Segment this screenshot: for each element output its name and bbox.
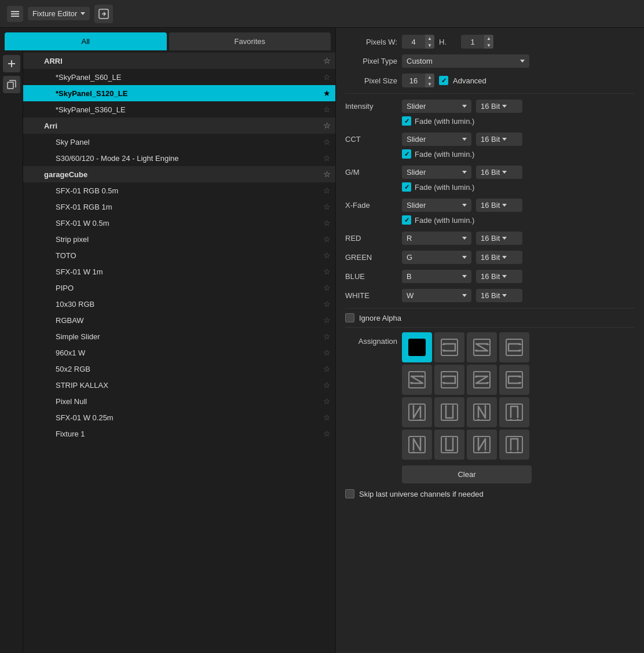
cct-fade-checkbox[interactable] — [402, 149, 411, 159]
list-item[interactable]: 50x2 RGB☆ — [23, 361, 335, 377]
assign-btn-10[interactable] — [467, 397, 497, 427]
pixels-w-field[interactable] — [402, 35, 425, 49]
list-item[interactable]: RGBAW☆ — [23, 312, 335, 328]
list-item[interactable]: Fixture 1☆ — [23, 425, 335, 442]
item-star-icon[interactable]: ☆ — [323, 397, 331, 406]
item-star-icon[interactable]: ☆ — [323, 153, 331, 163]
export-button[interactable] — [94, 5, 113, 23]
pixel-size-field[interactable] — [402, 74, 425, 87]
list-item[interactable]: 10x30 RGB☆ — [23, 296, 335, 312]
item-star-icon[interactable]: ☆ — [323, 380, 331, 390]
garagecube-star-icon[interactable]: ☆ — [323, 170, 331, 179]
blue-type-select[interactable]: B — [402, 270, 471, 283]
item-star-icon[interactable]: ☆ — [323, 413, 331, 422]
intensity-type-select[interactable]: Slider — [402, 100, 471, 113]
list-item[interactable]: *SkyPanel_S360_LE ☆ — [23, 101, 335, 118]
list-item[interactable]: SFX-01 W 1m☆ — [23, 263, 335, 280]
pixel-type-select[interactable]: Custom — [402, 54, 529, 68]
list-item[interactable]: S30/60/120 - Mode 24 - Light Engine ☆ — [23, 150, 335, 166]
list-item[interactable]: Pixel Null☆ — [23, 393, 335, 409]
item-star-icon[interactable]: ☆ — [323, 429, 331, 438]
list-item[interactable]: SFX-01 W 0.25m☆ — [23, 409, 335, 425]
item-star-icon[interactable]: ☆ — [323, 202, 331, 211]
assign-btn-1[interactable] — [434, 332, 464, 362]
list-item[interactable]: SFX-01 RGB 0.5m☆ — [23, 182, 335, 199]
pixels-h-down[interactable]: ▼ — [484, 42, 493, 49]
blue-bit-select[interactable]: 16 Bit — [476, 270, 522, 283]
arri-star-icon[interactable]: ☆ — [323, 56, 331, 65]
list-item[interactable]: 960x1 W☆ — [23, 344, 335, 361]
xfade-type-select[interactable]: Slider — [402, 199, 471, 212]
xfade-bit-select[interactable]: 16 Bit — [476, 199, 522, 212]
cct-type-select[interactable]: Slider — [402, 133, 471, 146]
item-star-icon[interactable]: ☆ — [323, 186, 331, 195]
item-star-icon[interactable]: ☆ — [323, 364, 331, 373]
add-fixture-button[interactable] — [3, 55, 20, 72]
tab-all[interactable]: All — [5, 32, 167, 50]
green-bit-select[interactable]: 16 Bit — [476, 251, 522, 264]
item-star-icon[interactable]: ☆ — [323, 218, 331, 228]
item-star-icon[interactable]: ☆ — [323, 348, 331, 357]
pixels-w-down[interactable]: ▼ — [425, 42, 434, 49]
assign-btn-8[interactable] — [402, 397, 432, 427]
item-star-icon[interactable]: ☆ — [323, 105, 331, 114]
gm-fade-checkbox[interactable] — [402, 182, 411, 192]
intensity-fade-checkbox[interactable] — [402, 116, 411, 126]
ignore-alpha-checkbox[interactable] — [345, 313, 354, 322]
list-item[interactable]: STRIP KALLAX☆ — [23, 377, 335, 393]
arri2-star-icon[interactable]: ☆ — [323, 121, 331, 130]
item-star-icon[interactable]: ★ — [323, 89, 331, 98]
clear-button[interactable]: Clear — [402, 465, 532, 483]
list-item[interactable]: SFX-01 RGB 1m☆ — [23, 199, 335, 215]
item-star-icon[interactable]: ☆ — [323, 72, 331, 82]
item-star-icon[interactable]: ☆ — [323, 267, 331, 276]
list-item[interactable]: SFX-01 W 0.5m☆ — [23, 215, 335, 231]
pixel-size-input[interactable]: ▲ ▼ — [402, 74, 434, 87]
pixel-size-down[interactable]: ▼ — [425, 80, 434, 87]
list-item[interactable]: Simple Slider☆ — [23, 328, 335, 344]
pixels-h-field[interactable] — [461, 35, 484, 49]
item-star-icon[interactable]: ☆ — [323, 137, 331, 146]
red-bit-select[interactable]: 16 Bit — [476, 232, 522, 245]
assign-btn-6[interactable] — [467, 365, 497, 395]
menu-button[interactable] — [7, 6, 23, 22]
assign-btn-4[interactable] — [402, 365, 432, 395]
assign-btn-0[interactable] — [402, 332, 432, 362]
assign-btn-14[interactable] — [467, 430, 497, 460]
assign-btn-12[interactable] — [402, 430, 432, 460]
item-star-icon[interactable]: ☆ — [323, 332, 331, 341]
assign-btn-5[interactable] — [434, 365, 464, 395]
green-type-select[interactable]: G — [402, 251, 471, 264]
pixels-w-input[interactable]: ▲ ▼ — [402, 35, 434, 49]
gm-type-select[interactable]: Slider — [402, 166, 471, 179]
skip-checkbox[interactable] — [345, 489, 354, 498]
intensity-bit-select[interactable]: 16 Bit — [476, 100, 522, 113]
white-type-select[interactable]: W — [402, 289, 471, 302]
list-item[interactable]: *SkyPanel_S120_LE ★ — [23, 85, 335, 101]
list-item[interactable]: *SkyPanel_S60_LE ☆ — [23, 69, 335, 85]
assign-btn-9[interactable] — [434, 397, 464, 427]
pixels-h-input[interactable]: ▲ ▼ — [461, 35, 493, 49]
white-bit-select[interactable]: 16 Bit — [476, 289, 522, 302]
list-item[interactable]: Sky Panel ☆ — [23, 134, 335, 150]
item-star-icon[interactable]: ☆ — [323, 316, 331, 325]
red-type-select[interactable]: R — [402, 232, 471, 245]
advanced-checkbox[interactable] — [439, 76, 448, 85]
gm-bit-select[interactable]: 16 Bit — [476, 166, 522, 179]
assign-btn-15[interactable] — [499, 430, 529, 460]
pixels-w-up[interactable]: ▲ — [425, 35, 434, 42]
tab-favorites[interactable]: Favorites — [169, 32, 331, 50]
xfade-fade-checkbox[interactable] — [402, 215, 411, 225]
item-star-icon[interactable]: ☆ — [323, 299, 331, 309]
assign-btn-7[interactable] — [499, 365, 529, 395]
assign-btn-13[interactable] — [434, 430, 464, 460]
item-star-icon[interactable]: ☆ — [323, 234, 331, 244]
cct-bit-select[interactable]: 16 Bit — [476, 133, 522, 146]
list-item[interactable]: TOTO☆ — [23, 247, 335, 263]
item-star-icon[interactable]: ☆ — [323, 283, 331, 292]
list-item[interactable]: Strip pixel☆ — [23, 231, 335, 247]
assign-btn-3[interactable] — [499, 332, 529, 362]
item-star-icon[interactable]: ☆ — [323, 251, 331, 260]
assign-btn-11[interactable] — [499, 397, 529, 427]
copy-fixture-button[interactable] — [3, 76, 20, 93]
